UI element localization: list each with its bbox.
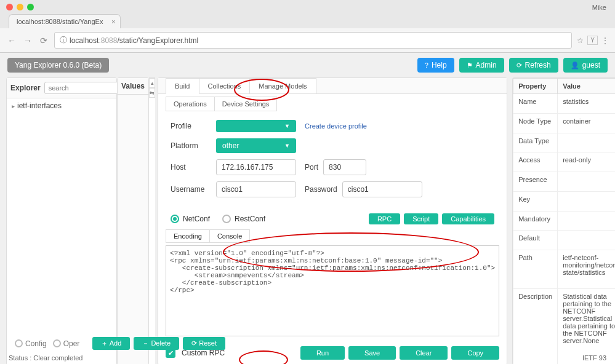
table-row: Accessread-only xyxy=(513,152,615,172)
help-label: Help xyxy=(432,61,447,69)
prop-key: Presence xyxy=(513,172,558,192)
back-icon[interactable]: ← xyxy=(6,36,17,46)
capabilities-button[interactable]: Capabilities xyxy=(442,213,494,224)
close-tab-icon[interactable]: × xyxy=(111,18,115,25)
plus-icon: ＋ xyxy=(101,339,109,347)
prop-key: Access xyxy=(513,152,558,172)
port-input[interactable] xyxy=(323,159,366,175)
prop-value: Statistical data pertaining to the NETCO… xyxy=(558,288,615,364)
tab-encoding[interactable]: Encoding xyxy=(166,229,210,243)
status-right: IETF 93 xyxy=(582,354,606,362)
prop-key: Default xyxy=(513,231,558,250)
browser-user: Mike xyxy=(592,4,606,11)
chevron-down-icon: ▼ xyxy=(284,123,290,129)
admin-label: Admin xyxy=(476,61,497,69)
properties-panel: Property Value NamestatisticsNode Typeco… xyxy=(512,77,615,364)
reload-icon[interactable]: ⟳ xyxy=(38,36,49,46)
reset-button[interactable]: ⟳ Reset xyxy=(183,337,225,350)
maximize-window-icon[interactable] xyxy=(27,4,34,10)
minimize-window-icon[interactable] xyxy=(17,4,23,10)
prop-value xyxy=(558,191,615,211)
explorer-title: Explorer xyxy=(10,84,41,92)
host-input[interactable] xyxy=(216,159,296,175)
sub-tabs: Operations Device Settings xyxy=(158,94,507,111)
tab-manage-models[interactable]: Manage Models xyxy=(250,78,316,93)
status-text: Status : Clear completed xyxy=(9,354,82,362)
help-icon: ? xyxy=(425,61,428,69)
profile-label: Profile xyxy=(171,122,216,130)
script-button[interactable]: Script xyxy=(404,213,438,224)
table-row: Data Type xyxy=(513,133,615,152)
table-row: Node Typecontainer xyxy=(513,113,615,133)
refresh-button[interactable]: ⟳Refresh xyxy=(509,58,558,73)
bookmark-icon[interactable]: ☆ xyxy=(577,36,584,45)
restconf-radio[interactable]: RestConf xyxy=(222,215,265,223)
chevron-down-icon: ▼ xyxy=(284,143,290,149)
prop-key: Node Type xyxy=(513,113,558,133)
netconf-radio[interactable]: NetConf xyxy=(171,215,210,223)
help-button[interactable]: ?Help xyxy=(417,58,454,73)
subtab-operations[interactable]: Operations xyxy=(166,97,215,111)
guest-label: guest xyxy=(582,61,600,69)
delete-button[interactable]: － Delete xyxy=(134,337,179,350)
prop-key: Key xyxy=(513,191,558,211)
table-row: DescriptionStatistical data pertaining t… xyxy=(513,288,615,364)
username-input[interactable] xyxy=(216,181,296,197)
config-radio[interactable]: Config xyxy=(15,339,47,348)
explorer-footer: Config Oper ＋ Add － Delete ⟳ Reset xyxy=(6,332,234,355)
tab-console[interactable]: Console xyxy=(210,229,250,243)
radio-icon xyxy=(53,339,61,347)
admin-icon: ⚑ xyxy=(467,61,473,69)
prop-header: Property xyxy=(513,79,558,94)
site-info-icon[interactable]: ⓘ xyxy=(60,35,67,46)
create-profile-link[interactable]: Create device profile xyxy=(305,122,367,130)
app-title: Yang Explorer 0.6.0 (Beta) xyxy=(7,58,109,73)
tool-expand-icon[interactable]: ⇆ xyxy=(149,88,155,98)
prop-value: ietf-netconf-monitoring/netconf-state/st… xyxy=(558,250,615,288)
platform-select[interactable]: other▼ xyxy=(216,138,296,153)
guest-button[interactable]: 👤guest xyxy=(563,58,608,73)
xml-editor[interactable]: <?xml version="1.0" encoding="utf-8"?> <… xyxy=(166,245,499,336)
reset-icon: ⟳ xyxy=(191,339,199,347)
tree-item[interactable]: ietf-interfaces xyxy=(7,98,116,113)
tool-up-icon[interactable]: ▴ xyxy=(149,78,155,88)
protocol-row: NetConf RestConf RPC Script Capabilities xyxy=(158,210,507,228)
prop-value: container xyxy=(558,113,615,133)
tab-collections[interactable]: Collections xyxy=(199,78,251,93)
close-window-icon[interactable] xyxy=(6,4,13,10)
encoding-tabs: Encoding Console xyxy=(158,228,507,243)
values-title: Values xyxy=(121,82,145,90)
profile-select[interactable]: ▼ xyxy=(216,120,296,132)
password-input[interactable] xyxy=(342,181,422,197)
radio-unchecked-icon xyxy=(222,215,231,223)
menu-icon[interactable]: ⋮ xyxy=(601,36,609,45)
center-panel: Build Collections Manage Models Operatio… xyxy=(158,77,507,364)
add-button[interactable]: ＋ Add xyxy=(92,337,130,350)
prop-value xyxy=(558,211,615,231)
explorer-panel: Explorer ietf-interfaces xyxy=(6,77,117,364)
port-label: Port xyxy=(305,163,318,172)
host-label: Host xyxy=(171,163,216,172)
browser-chrome: Mike localhost:8088/static/YangEx × ← → … xyxy=(0,0,615,53)
platform-label: Platform xyxy=(171,141,216,150)
app-topbar: Yang Explorer 0.6.0 (Beta) ?Help ⚑Admin … xyxy=(0,53,615,77)
device-form: Profile ▼ Create device profile Platform… xyxy=(158,111,507,210)
values-panel: Values xyxy=(117,77,149,364)
oper-radio[interactable]: Oper xyxy=(53,339,80,348)
extension-icon[interactable]: Y xyxy=(587,36,598,45)
prop-value xyxy=(558,172,615,192)
rpc-button[interactable]: RPC xyxy=(369,213,400,224)
subtab-device-settings[interactable]: Device Settings xyxy=(215,97,277,111)
main-layout: Explorer ietf-interfaces Values ▴ ⇆ Buil… xyxy=(0,77,615,364)
browser-tab[interactable]: localhost:8088/static/YangEx × xyxy=(9,14,121,28)
table-row: Pathietf-netconf-monitoring/netconf-stat… xyxy=(513,250,615,288)
address-bar[interactable]: ⓘ localhost:8088/static/YangExplorer.htm… xyxy=(54,32,572,49)
prop-key: Name xyxy=(513,94,558,114)
admin-button[interactable]: ⚑Admin xyxy=(459,58,504,73)
explorer-tree: ietf-interfaces xyxy=(7,98,116,364)
forward-icon[interactable]: → xyxy=(22,36,33,46)
radio-checked-icon xyxy=(171,215,179,223)
tab-build[interactable]: Build xyxy=(166,78,199,94)
refresh-icon: ⟳ xyxy=(517,61,522,69)
tab-title: localhost:8088/static/YangEx xyxy=(17,18,103,25)
